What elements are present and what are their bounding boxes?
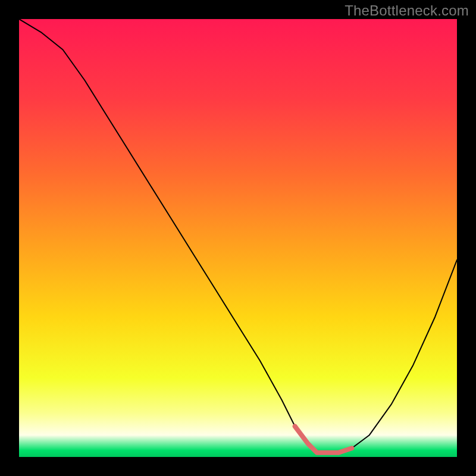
chart-container: TheBottleneck.com (0, 0, 476, 476)
plot-area (19, 19, 457, 457)
chart-svg (19, 19, 457, 457)
watermark-text: TheBottleneck.com (345, 2, 469, 19)
gradient-background (19, 19, 457, 457)
